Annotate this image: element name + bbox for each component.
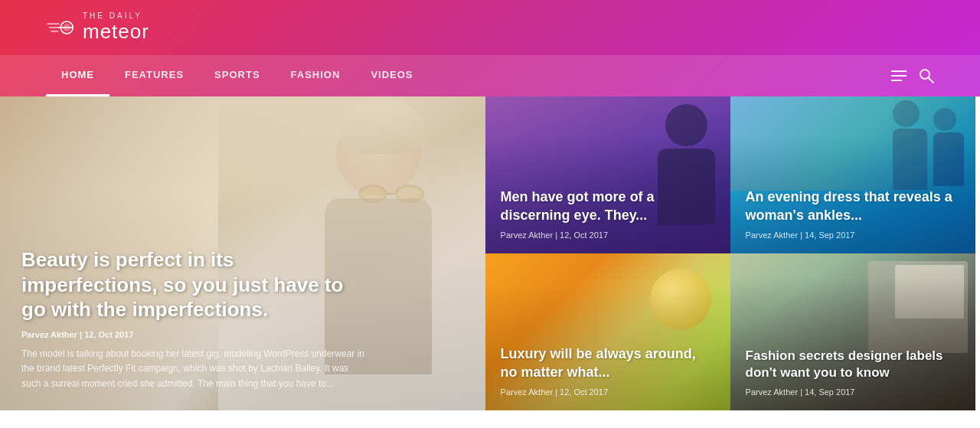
luxury-article-text: Luxury will be always around, no matter …: [485, 332, 730, 410]
men-article-text: Men have got more of a discerning eye. T…: [485, 175, 730, 253]
luxury-article-card[interactable]: Luxury will be always around, no matter …: [485, 253, 730, 410]
logo-area[interactable]: THE DAILY meteor: [46, 11, 149, 44]
main-article-meta: Parvez Akther | 12, Oct 2017: [21, 330, 464, 339]
main-article-excerpt: The model is talking about booking her l…: [21, 347, 370, 392]
men-article-card[interactable]: Men have got more of a discerning eye. T…: [485, 96, 730, 253]
logo-name: meteor: [83, 20, 149, 43]
evening-article-card[interactable]: An evening dress that reveals a woman's …: [730, 96, 975, 253]
men-article-meta: Parvez Akther | 12, Oct 2017: [501, 230, 715, 240]
nav-links: HOME FEATURES SPORTS FASHION VIDEOS: [46, 55, 429, 96]
nav-actions: [891, 68, 934, 83]
navigation: HOME FEATURES SPORTS FASHION VIDEOS: [0, 55, 980, 96]
nav-link-features[interactable]: FEATURES: [109, 55, 199, 94]
nav-link-sports[interactable]: SPORTS: [199, 55, 275, 94]
nav-link-home[interactable]: HOME: [46, 55, 109, 96]
nav-link-fashion[interactable]: FASHION: [276, 55, 356, 94]
search-icon: [919, 68, 934, 83]
evening-article-text: An evening dress that reveals a woman's …: [730, 175, 975, 253]
nav-link-videos[interactable]: VIDEOS: [355, 55, 428, 94]
menu-button[interactable]: [891, 70, 906, 81]
nav-item-features[interactable]: FEATURES: [109, 55, 199, 96]
content-grid: Beauty is perfect in its imperfections, …: [0, 96, 980, 410]
nav-item-videos[interactable]: VIDEOS: [355, 55, 428, 96]
fashion-article-card[interactable]: Fashion secrets designer labels don't wa…: [730, 253, 975, 410]
main-article-title: Beauty is perfect in its imperfections, …: [21, 247, 358, 322]
main-article-card[interactable]: Beauty is perfect in its imperfections, …: [0, 96, 485, 410]
articles-grid: Beauty is perfect in its imperfections, …: [0, 96, 980, 410]
fashion-article-title: Fashion secrets designer labels don't wa…: [746, 348, 960, 381]
svg-line-7: [929, 78, 933, 83]
main-article-text: Beauty is perfect in its imperfections, …: [0, 229, 485, 410]
search-button[interactable]: [919, 68, 934, 83]
evening-article-meta: Parvez Akther | 14, Sep 2017: [746, 230, 960, 240]
men-article-title: Men have got more of a discerning eye. T…: [501, 188, 715, 224]
header: THE DAILY meteor HOME FEATURES SPORTS FA…: [0, 0, 980, 96]
logo-text-area: THE DAILY meteor: [83, 11, 149, 44]
fashion-article-meta: Parvez Akther | 14, Sep 2017: [746, 387, 960, 397]
header-top: THE DAILY meteor: [0, 0, 980, 55]
hamburger-icon: [891, 70, 906, 81]
meteor-logo-icon: [46, 17, 77, 38]
evening-article-title: An evening dress that reveals a woman's …: [746, 188, 960, 224]
nav-item-fashion[interactable]: FASHION: [276, 55, 356, 96]
logo-tagline: THE DAILY: [83, 11, 149, 20]
luxury-article-title: Luxury will be always around, no matter …: [501, 345, 715, 381]
luxury-article-meta: Parvez Akther | 12, Oct 2017: [501, 387, 715, 397]
svg-point-6: [920, 70, 929, 79]
nav-item-home[interactable]: HOME: [46, 55, 109, 96]
fashion-article-text: Fashion secrets designer labels don't wa…: [730, 334, 975, 410]
nav-item-sports[interactable]: SPORTS: [199, 55, 275, 96]
